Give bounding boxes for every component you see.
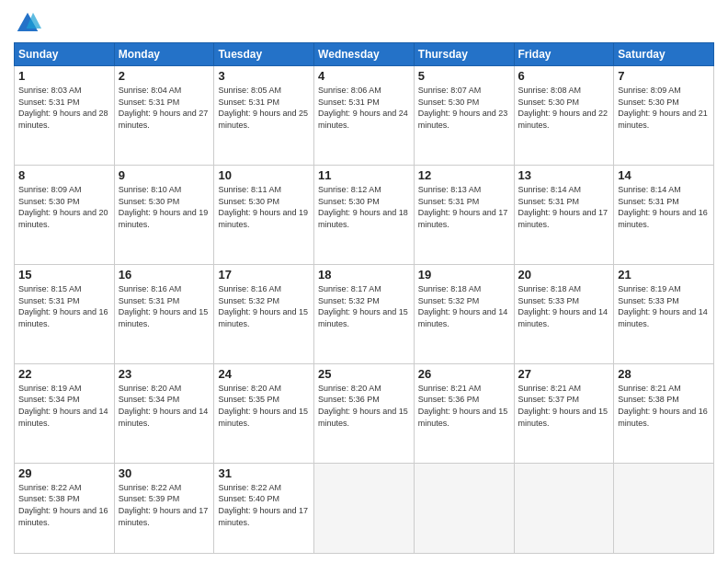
day-info: Sunrise: 8:17 AMSunset: 5:32 PMDaylight:… — [318, 283, 410, 329]
calendar-row: 1 Sunrise: 8:03 AMSunset: 5:31 PMDayligh… — [15, 66, 714, 166]
calendar-cell: 14 Sunrise: 8:14 AMSunset: 5:31 PMDaylig… — [614, 165, 714, 264]
day-info: Sunrise: 8:09 AMSunset: 5:30 PMDaylight:… — [18, 184, 110, 230]
calendar-cell: 31 Sunrise: 8:22 AMSunset: 5:40 PMDaylig… — [214, 463, 314, 553]
day-info: Sunrise: 8:21 AMSunset: 5:36 PMDaylight:… — [418, 383, 510, 429]
day-number: 27 — [518, 367, 610, 381]
day-info: Sunrise: 8:10 AMSunset: 5:30 PMDaylight:… — [119, 184, 210, 230]
calendar-cell: 23 Sunrise: 8:20 AMSunset: 5:34 PMDaylig… — [114, 363, 214, 463]
calendar-cell: 26 Sunrise: 8:21 AMSunset: 5:36 PMDaylig… — [414, 363, 514, 463]
day-number: 15 — [18, 268, 110, 282]
day-info: Sunrise: 8:03 AMSunset: 5:31 PMDaylight:… — [18, 85, 110, 131]
day-info: Sunrise: 8:22 AMSunset: 5:40 PMDaylight:… — [218, 482, 310, 528]
day-number: 18 — [318, 268, 410, 282]
calendar-cell — [614, 463, 714, 553]
day-number: 22 — [18, 367, 110, 381]
day-info: Sunrise: 8:12 AMSunset: 5:30 PMDaylight:… — [318, 184, 410, 230]
day-info: Sunrise: 8:21 AMSunset: 5:38 PMDaylight:… — [618, 383, 710, 429]
calendar-cell: 4 Sunrise: 8:06 AMSunset: 5:31 PMDayligh… — [314, 66, 415, 166]
calendar-cell: 19 Sunrise: 8:18 AMSunset: 5:32 PMDaylig… — [414, 264, 514, 363]
day-info: Sunrise: 8:18 AMSunset: 5:32 PMDaylight:… — [418, 283, 510, 329]
day-number: 13 — [518, 168, 610, 182]
day-number: 4 — [318, 69, 410, 83]
day-info: Sunrise: 8:06 AMSunset: 5:31 PMDaylight:… — [318, 85, 410, 131]
day-number: 10 — [218, 168, 310, 182]
calendar-row: 15 Sunrise: 8:15 AMSunset: 5:31 PMDaylig… — [15, 264, 714, 363]
header — [14, 9, 714, 37]
day-number: 30 — [119, 466, 210, 480]
calendar-cell: 22 Sunrise: 8:19 AMSunset: 5:34 PMDaylig… — [15, 363, 115, 463]
page: SundayMondayTuesdayWednesdayThursdayFrid… — [0, 0, 728, 563]
day-number: 19 — [418, 268, 510, 282]
day-number: 1 — [18, 69, 110, 83]
day-info: Sunrise: 8:14 AMSunset: 5:31 PMDaylight:… — [618, 184, 710, 230]
day-info: Sunrise: 8:20 AMSunset: 5:36 PMDaylight:… — [318, 383, 410, 429]
day-number: 24 — [218, 367, 310, 381]
day-info: Sunrise: 8:11 AMSunset: 5:30 PMDaylight:… — [218, 184, 310, 230]
day-info: Sunrise: 8:04 AMSunset: 5:31 PMDaylight:… — [119, 85, 210, 131]
calendar-cell: 1 Sunrise: 8:03 AMSunset: 5:31 PMDayligh… — [15, 66, 115, 166]
day-info: Sunrise: 8:16 AMSunset: 5:31 PMDaylight:… — [119, 283, 210, 329]
day-info: Sunrise: 8:22 AMSunset: 5:38 PMDaylight:… — [18, 482, 110, 528]
day-info: Sunrise: 8:15 AMSunset: 5:31 PMDaylight:… — [18, 283, 110, 329]
day-number: 8 — [18, 168, 110, 182]
calendar-row: 22 Sunrise: 8:19 AMSunset: 5:34 PMDaylig… — [15, 363, 714, 463]
day-number: 6 — [518, 69, 610, 83]
day-number: 29 — [18, 466, 110, 480]
calendar-cell: 6 Sunrise: 8:08 AMSunset: 5:30 PMDayligh… — [514, 66, 614, 166]
calendar-cell: 8 Sunrise: 8:09 AMSunset: 5:30 PMDayligh… — [15, 165, 115, 264]
day-number: 26 — [418, 367, 510, 381]
day-info: Sunrise: 8:21 AMSunset: 5:37 PMDaylight:… — [518, 383, 610, 429]
calendar-cell: 5 Sunrise: 8:07 AMSunset: 5:30 PMDayligh… — [414, 66, 514, 166]
day-info: Sunrise: 8:09 AMSunset: 5:30 PMDaylight:… — [618, 85, 710, 131]
calendar-row: 8 Sunrise: 8:09 AMSunset: 5:30 PMDayligh… — [15, 165, 714, 264]
calendar-cell: 3 Sunrise: 8:05 AMSunset: 5:31 PMDayligh… — [214, 66, 314, 166]
day-number: 17 — [218, 268, 310, 282]
calendar-cell: 2 Sunrise: 8:04 AMSunset: 5:31 PMDayligh… — [114, 66, 214, 166]
calendar-cell — [414, 463, 514, 553]
calendar-cell: 29 Sunrise: 8:22 AMSunset: 5:38 PMDaylig… — [15, 463, 115, 553]
calendar-cell: 20 Sunrise: 8:18 AMSunset: 5:33 PMDaylig… — [514, 264, 614, 363]
day-number: 16 — [119, 268, 210, 282]
day-number: 9 — [119, 168, 210, 182]
calendar-cell: 25 Sunrise: 8:20 AMSunset: 5:36 PMDaylig… — [314, 363, 415, 463]
day-info: Sunrise: 8:19 AMSunset: 5:33 PMDaylight:… — [618, 283, 710, 329]
day-number: 5 — [418, 69, 510, 83]
day-info: Sunrise: 8:16 AMSunset: 5:32 PMDaylight:… — [218, 283, 310, 329]
day-number: 23 — [119, 367, 210, 381]
day-header-friday: Friday — [514, 43, 614, 66]
day-header-tuesday: Tuesday — [214, 43, 314, 66]
day-header-thursday: Thursday — [414, 43, 514, 66]
day-number: 28 — [618, 367, 710, 381]
calendar-cell: 11 Sunrise: 8:12 AMSunset: 5:30 PMDaylig… — [314, 165, 415, 264]
day-info: Sunrise: 8:07 AMSunset: 5:30 PMDaylight:… — [418, 85, 510, 131]
calendar-cell: 10 Sunrise: 8:11 AMSunset: 5:30 PMDaylig… — [214, 165, 314, 264]
calendar-body: 1 Sunrise: 8:03 AMSunset: 5:31 PMDayligh… — [15, 66, 714, 554]
calendar-cell — [314, 463, 415, 553]
day-number: 3 — [218, 69, 310, 83]
day-header-monday: Monday — [114, 43, 214, 66]
day-info: Sunrise: 8:13 AMSunset: 5:31 PMDaylight:… — [418, 184, 510, 230]
calendar-cell: 12 Sunrise: 8:13 AMSunset: 5:31 PMDaylig… — [414, 165, 514, 264]
day-info: Sunrise: 8:19 AMSunset: 5:34 PMDaylight:… — [18, 383, 110, 429]
calendar-cell: 13 Sunrise: 8:14 AMSunset: 5:31 PMDaylig… — [514, 165, 614, 264]
day-number: 20 — [518, 268, 610, 282]
calendar-row: 29 Sunrise: 8:22 AMSunset: 5:38 PMDaylig… — [15, 463, 714, 553]
day-header-saturday: Saturday — [614, 43, 714, 66]
calendar-cell: 16 Sunrise: 8:16 AMSunset: 5:31 PMDaylig… — [114, 264, 214, 363]
calendar-cell: 15 Sunrise: 8:15 AMSunset: 5:31 PMDaylig… — [15, 264, 115, 363]
day-number: 21 — [618, 268, 710, 282]
day-info: Sunrise: 8:08 AMSunset: 5:30 PMDaylight:… — [518, 85, 610, 131]
day-info: Sunrise: 8:14 AMSunset: 5:31 PMDaylight:… — [518, 184, 610, 230]
logo — [14, 9, 45, 37]
day-info: Sunrise: 8:18 AMSunset: 5:33 PMDaylight:… — [518, 283, 610, 329]
day-number: 25 — [318, 367, 410, 381]
calendar-cell: 21 Sunrise: 8:19 AMSunset: 5:33 PMDaylig… — [614, 264, 714, 363]
calendar-cell: 9 Sunrise: 8:10 AMSunset: 5:30 PMDayligh… — [114, 165, 214, 264]
logo-icon — [14, 9, 41, 37]
day-info: Sunrise: 8:20 AMSunset: 5:35 PMDaylight:… — [218, 383, 310, 429]
day-number: 11 — [318, 168, 410, 182]
day-header-sunday: Sunday — [15, 43, 115, 66]
calendar-cell: 18 Sunrise: 8:17 AMSunset: 5:32 PMDaylig… — [314, 264, 415, 363]
day-number: 31 — [218, 466, 310, 480]
day-info: Sunrise: 8:22 AMSunset: 5:39 PMDaylight:… — [119, 482, 210, 528]
